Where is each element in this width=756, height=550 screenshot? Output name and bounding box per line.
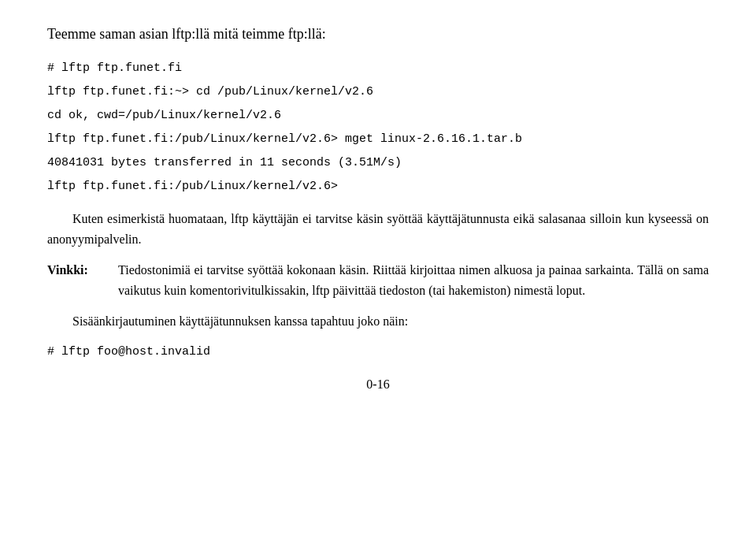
- code-line-2: lftp ftp.funet.fi:~> cd /pub/Linux/kerne…: [47, 83, 709, 102]
- heading: Teemme saman asian lftp:llä mitä teimme …: [47, 24, 709, 45]
- page-content: Teemme saman asian lftp:llä mitä teimme …: [47, 24, 709, 392]
- paragraph-2: Sisäänkirjautuminen käyttäjätunnuksen ka…: [47, 311, 709, 332]
- page-footer: 0-16: [47, 377, 709, 392]
- code-line-7: # lftp foo@host.invalid: [47, 343, 709, 362]
- vinkki-section: Vinkki: Tiedostonimiä ei tarvitse syöttä…: [47, 260, 709, 300]
- code-line-5: 40841031 bytes transferred in 11 seconds…: [47, 154, 709, 173]
- vinkki-text: Tiedostonimiä ei tarvitse syöttää kokona…: [118, 260, 709, 300]
- paragraph-1: Kuten esimerkistä huomataan, lftp käyttä…: [47, 209, 709, 249]
- code-line-3: cd ok, cwd=/pub/Linux/kernel/v2.6: [47, 106, 709, 125]
- code-line-4: lftp ftp.funet.fi:/pub/Linux/kernel/v2.6…: [47, 130, 709, 149]
- code-section-2: # lftp foo@host.invalid: [47, 343, 709, 362]
- code-section-1: # lftp ftp.funet.fi lftp ftp.funet.fi:~>…: [47, 59, 709, 196]
- code-line-1: # lftp ftp.funet.fi: [47, 59, 709, 78]
- page-number: 0-16: [366, 377, 389, 391]
- code-line-6: lftp ftp.funet.fi:/pub/Linux/kernel/v2.6…: [47, 177, 709, 196]
- vinkki-label: Vinkki:: [47, 260, 118, 300]
